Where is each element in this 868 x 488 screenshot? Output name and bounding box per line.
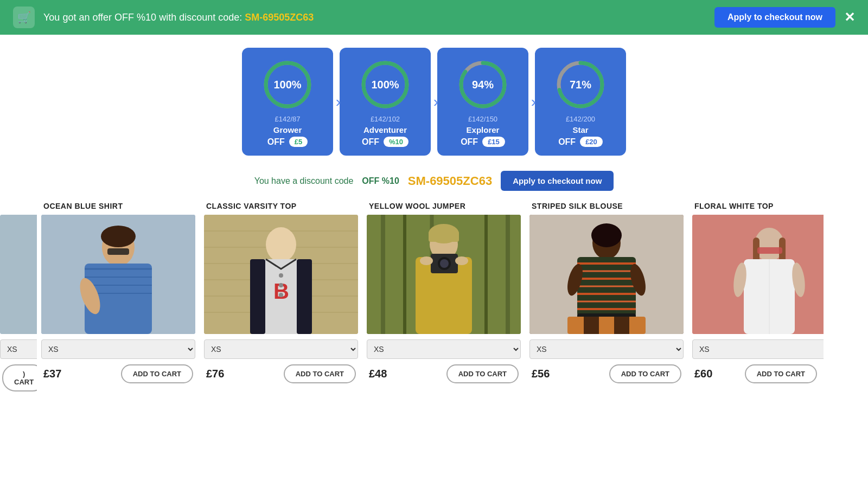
add-to-cart-floral-button[interactable]: ADD TO CART [745,364,817,383]
product-size-select-yellow[interactable]: XSSMLXL [367,339,521,359]
notification-prefix: You got an offer OFF %10 with discount c… [43,12,242,23]
svg-rect-33 [297,259,312,334]
off-text: OFF %10 [362,176,399,186]
product-title-ocean: OCEAN BLUE SHIRT [41,202,195,215]
tier-card-explorer[interactable]: 94% £142/150 Explorer OFF £15 › [437,48,528,156]
tier-amount-star: £142/200 [566,115,595,123]
cart-icon: 🛒 [13,7,35,28]
tier-name-adventurer: Adventurer [363,125,407,134]
product-image-yellow [367,215,521,334]
tier-card-grower[interactable]: 100% £142/87 Grower OFF £5 › [242,48,333,156]
svg-point-35 [279,273,283,278]
product-image-partial [0,215,37,334]
svg-rect-69 [584,317,599,334]
svg-point-52 [420,256,433,265]
product-size-select-varsity[interactable]: XSSMLXL [204,339,358,359]
tier-off-row-star: OFF £20 [558,137,603,147]
product-size-select-floral[interactable]: XSSMLXL [692,339,824,359]
tier-off-adventurer: OFF [362,137,379,147]
tier-amount-explorer: £142/150 [468,115,497,123]
tier-percent-adventurer: 100% [371,79,399,91]
product-price-striped: £56 [532,368,550,380]
svg-text:B: B [273,279,289,303]
product-bottom-yellow: £48 ADD TO CART [367,364,521,383]
product-price-ocean: £37 [43,368,61,380]
product-card-classic-varsity: CLASSIC VARSITY TOP [200,202,362,400]
product-card-striped-silk: STRIPED SILK BLOUSE [525,202,688,400]
notification-discount-code: SM-69505ZC63 [245,12,314,23]
product-price-floral: £60 [694,368,712,380]
tier-percent-grower: 100% [273,79,301,91]
product-size-select-striped[interactable]: XSSMLXL [529,339,684,359]
product-bottom-varsity: £76 ADD TO CART [204,364,358,383]
svg-point-30 [266,227,296,262]
tier-amount-grower: £142/87 [275,115,301,123]
svg-rect-21 [107,248,129,255]
notification-right: Apply to checkout now ✕ [714,7,855,28]
add-to-cart-partial-button[interactable]: ) CART [2,364,37,391]
product-size-select-ocean[interactable]: XSSMLXL [41,339,195,359]
svg-point-36 [279,283,283,287]
tier-name-grower: Grower [273,125,302,134]
svg-rect-8 [0,215,37,334]
close-notification-button[interactable]: ✕ [844,10,855,25]
tier-badge-adventurer: %10 [384,137,409,147]
tier-percent-star: 71% [570,79,591,91]
add-to-cart-ocean-button[interactable]: ADD TO CART [121,364,193,383]
discount-section: You have a discount code OFF %10 SM-6950… [0,164,868,202]
tier-amount-adventurer: £142/102 [371,115,400,123]
tier-card-adventurer[interactable]: 100% £142/102 Adventurer OFF %10 › [340,48,431,156]
product-card-partial-left: XSSMLXL ) CART [0,202,37,400]
product-image-ocean [41,215,195,334]
add-to-cart-varsity-button[interactable]: ADD TO CART [284,364,356,383]
product-card-floral-white: FLORAL WHITE TOP [688,202,824,400]
product-image-floral [692,215,824,334]
product-card-ocean-blue-shirt: OCEAN BLUE SHIRT [37,202,200,400]
tier-name-star: Star [572,125,588,134]
tier-badge-explorer: £15 [482,137,505,147]
tier-circle-adventurer: 100% [359,59,411,111]
svg-rect-76 [757,247,782,254]
product-title-varsity: CLASSIC VARSITY TOP [204,202,358,215]
tier-circle-grower: 100% [261,59,314,111]
svg-point-51 [440,259,449,268]
tier-off-grower: OFF [267,137,285,147]
chevron-right-icon-1: › [336,93,341,111]
product-bottom-ocean: £37 ADD TO CART [41,364,195,383]
products-section: XSSMLXL ) CART OCEAN BLUE SHIRT [0,202,868,400]
add-to-cart-yellow-button[interactable]: ADD TO CART [446,364,519,383]
notification-left: 🛒 You got an offer OFF %10 with discount… [13,7,314,28]
main-content: 100% £142/87 Grower OFF £5 › 100% £142/1… [0,35,868,488]
product-title-partial [0,202,37,215]
chevron-right-icon-3: › [531,93,536,111]
tier-off-row-adventurer: OFF %10 [362,137,409,147]
product-size-select-partial[interactable]: XSSMLXL [0,339,37,359]
product-title-striped: STRIPED SILK BLOUSE [529,202,684,215]
add-to-cart-striped-button[interactable]: ADD TO CART [609,364,681,383]
product-title-yellow: YELLOW WOOL JUMPER [367,202,521,215]
tier-badge-grower: £5 [289,137,308,147]
product-bottom-striped: £56 ADD TO CART [529,364,684,383]
svg-rect-70 [614,317,629,334]
apply-checkout-main-button[interactable]: Apply to checkout now [501,171,614,191]
apply-checkout-header-button[interactable]: Apply to checkout now [714,7,835,28]
product-price-yellow: £48 [369,368,387,380]
tier-card-star[interactable]: 71% £142/200 Star OFF £20 [535,48,626,156]
svg-point-14 [101,226,136,247]
product-bottom-floral: £60 ADD TO CART [692,364,819,383]
tier-percent-explorer: 94% [472,79,494,91]
product-card-yellow-wool: YELLOW WOOL JUMPER [362,202,525,400]
tier-off-star: OFF [558,137,576,147]
product-bottom-partial: ) CART [0,364,37,391]
product-image-varsity: B [204,215,358,334]
tier-badge-star: £20 [580,137,603,147]
svg-rect-47 [429,231,459,242]
product-title-floral: FLORAL WHITE TOP [692,202,819,215]
svg-point-56 [591,223,622,247]
chevron-right-icon-2: › [433,93,438,111]
svg-point-37 [279,293,283,297]
svg-point-53 [455,256,468,265]
tier-section: 100% £142/87 Grower OFF £5 › 100% £142/1… [0,35,868,164]
notification-message: You got an offer OFF %10 with discount c… [43,12,314,23]
tier-off-explorer: OFF [461,137,478,147]
